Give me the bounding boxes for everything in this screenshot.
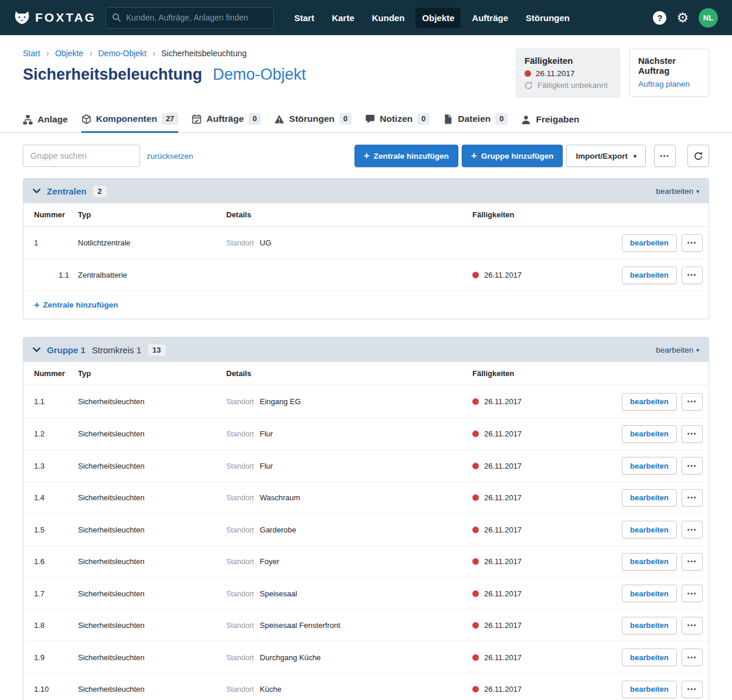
group-header[interactable]: Gruppe 1 Stromkreis 1 13 bearbeiten ▾ [23, 337, 709, 362]
section-rows: 1 Notlichtzentrale Standort UG bearbeite… [23, 227, 709, 291]
naechster-auftrag-title: Nächster Auftrag [638, 56, 700, 76]
standort-label: Standort [226, 590, 254, 598]
nav-item-stoerungen[interactable]: Störungen [519, 8, 576, 28]
global-search-input[interactable] [126, 13, 267, 22]
due-date: 26.11.2017 [536, 69, 575, 78]
chevron-down-icon[interactable] [33, 189, 40, 194]
import-export-button[interactable]: Import/Export ▾ [566, 145, 646, 167]
due-dot [472, 622, 479, 629]
nav-item-auftraege[interactable]: Aufträge [465, 8, 515, 28]
help-icon[interactable]: ? [653, 11, 666, 25]
table-row: 1 Notlichtzentrale Standort UG bearbeite… [23, 227, 709, 259]
tab-count-badge: 0 [417, 113, 430, 125]
chevron-down-icon[interactable] [33, 347, 40, 353]
due-date: 26.11.2017 [484, 653, 522, 662]
caret-down-icon: ▾ [634, 153, 636, 159]
row-more-button[interactable]: ••• [682, 553, 703, 571]
bearbeiten-button[interactable]: bearbeiten [622, 617, 677, 634]
group-title[interactable]: Gruppe 1 [47, 345, 86, 355]
group-edit-link[interactable]: bearbeiten ▾ [656, 346, 699, 354]
row-more-button[interactable]: ••• [682, 234, 703, 252]
table-row: 1.5 Sicherheitsleuchten Standort Gardero… [23, 513, 709, 545]
tab-dateien[interactable]: Dateien 0 [443, 113, 508, 133]
due-date: 26.11.2017 [484, 493, 522, 502]
nav-item-karte[interactable]: Karte [325, 8, 360, 28]
standort-value: Foyer [260, 557, 279, 566]
bearbeiten-button[interactable]: bearbeiten [622, 267, 677, 284]
nav-item-objekte[interactable]: Objekte [416, 8, 461, 28]
table-row: 1.1 Sicherheitsleuchten Standort Eingang… [23, 385, 709, 418]
column-header-typ: Typ [78, 369, 216, 378]
group-header[interactable]: Zentralen 2 bearbeiten ▾ [23, 179, 709, 203]
row-more-button[interactable]: ••• [682, 425, 703, 443]
breadcrumb: Start › Objekte › Demo-Objekt › Sicherhe… [23, 49, 306, 58]
gear-icon[interactable]: ⚙ [676, 11, 689, 25]
bearbeiten-button[interactable]: bearbeiten [622, 425, 677, 443]
row-number: 1.6 [23, 557, 78, 566]
add-gruppe-button[interactable]: + Gruppe hinzufügen [462, 145, 563, 167]
table-row: 1.3 Sicherheitsleuchten Standort Flur 26… [23, 449, 709, 482]
standort-label: Standort [226, 526, 254, 534]
group-count-badge: 13 [148, 344, 165, 356]
add-zentrale-footer-link[interactable]: + Zentrale hinzufügen [34, 301, 118, 310]
tab-freigaben[interactable]: Freigaben [521, 114, 579, 133]
group-search-input[interactable] [23, 145, 140, 167]
tab-count-badge: 0 [248, 113, 261, 125]
due-date: 26.11.2017 [484, 685, 522, 694]
more-actions-button[interactable]: ••• [654, 145, 676, 167]
bearbeiten-button[interactable]: bearbeiten [622, 489, 677, 507]
bearbeiten-button[interactable]: bearbeiten [622, 234, 677, 252]
row-more-button[interactable]: ••• [682, 457, 703, 474]
group-edit-link[interactable]: bearbeiten ▾ [656, 187, 699, 196]
bearbeiten-button[interactable]: bearbeiten [622, 648, 677, 666]
due-dot [472, 686, 479, 692]
row-more-button[interactable]: ••• [682, 681, 703, 698]
table-row: 1.6 Sicherheitsleuchten Standort Foyer 2… [23, 545, 709, 578]
bearbeiten-button[interactable]: bearbeiten [622, 393, 677, 411]
breadcrumb-demo-objekt[interactable]: Demo-Objekt [98, 49, 146, 58]
file-icon [443, 114, 453, 124]
bearbeiten-button[interactable]: bearbeiten [622, 585, 677, 602]
row-more-button[interactable]: ••• [682, 585, 703, 602]
breadcrumb-start[interactable]: Start [23, 49, 40, 58]
row-more-button[interactable]: ••• [682, 489, 703, 507]
row-more-button[interactable]: ••• [682, 521, 703, 538]
breadcrumb-objekte[interactable]: Objekte [55, 49, 83, 58]
bearbeiten-button[interactable]: bearbeiten [622, 457, 677, 474]
row-more-button[interactable]: ••• [682, 617, 703, 634]
tab-komponenten[interactable]: Komponenten 27 [81, 113, 179, 133]
sections-container: Zentralen 2 bearbeiten ▾ Nummer Typ Deta… [23, 178, 709, 700]
nav-item-kunden[interactable]: Kunden [366, 8, 411, 28]
tab-notizen[interactable]: Notizen 0 [365, 113, 430, 133]
add-zentrale-button[interactable]: + Zentrale hinzufügen [355, 145, 458, 167]
row-number: 1.9 [23, 653, 78, 662]
global-search[interactable] [105, 7, 274, 29]
bearbeiten-button[interactable]: bearbeiten [622, 553, 677, 571]
brand-logo[interactable]: FOXTAG [14, 10, 96, 26]
table-row: 1.7 Sicherheitsleuchten Standort Speises… [23, 577, 709, 609]
group-title[interactable]: Zentralen [47, 186, 87, 196]
standort-label: Standort [226, 685, 254, 694]
bearbeiten-button[interactable]: bearbeiten [622, 521, 677, 538]
auftrag-planen-link[interactable]: Auftrag planen [638, 80, 700, 88]
reset-link[interactable]: zurücksetzen [147, 152, 193, 161]
row-type: Zentralbatterie [78, 271, 216, 279]
due-dot [472, 494, 479, 501]
component-group-card: Zentralen 2 bearbeiten ▾ Nummer Typ Deta… [23, 178, 709, 319]
tab-auftraege[interactable]: Aufträge 0 [192, 113, 261, 133]
tab-anlage[interactable]: Anlage [23, 114, 68, 133]
section-rows: 1.1 Sicherheitsleuchten Standort Eingang… [23, 385, 709, 700]
tab-stoerungen[interactable]: Störungen 0 [274, 113, 352, 133]
bearbeiten-button[interactable]: bearbeiten [622, 681, 677, 698]
row-more-button[interactable]: ••• [682, 648, 703, 666]
plus-icon: + [471, 151, 477, 161]
due-dot [472, 398, 479, 405]
row-more-button[interactable]: ••• [682, 267, 703, 284]
row-more-button[interactable]: ••• [682, 393, 703, 411]
avatar[interactable]: NL [699, 8, 718, 28]
nav-item-start[interactable]: Start [288, 8, 321, 28]
due-dot [472, 590, 479, 597]
refresh-button[interactable] [687, 145, 709, 167]
column-header-typ: Typ [78, 210, 216, 219]
due-date: 26.11.2017 [484, 557, 522, 566]
